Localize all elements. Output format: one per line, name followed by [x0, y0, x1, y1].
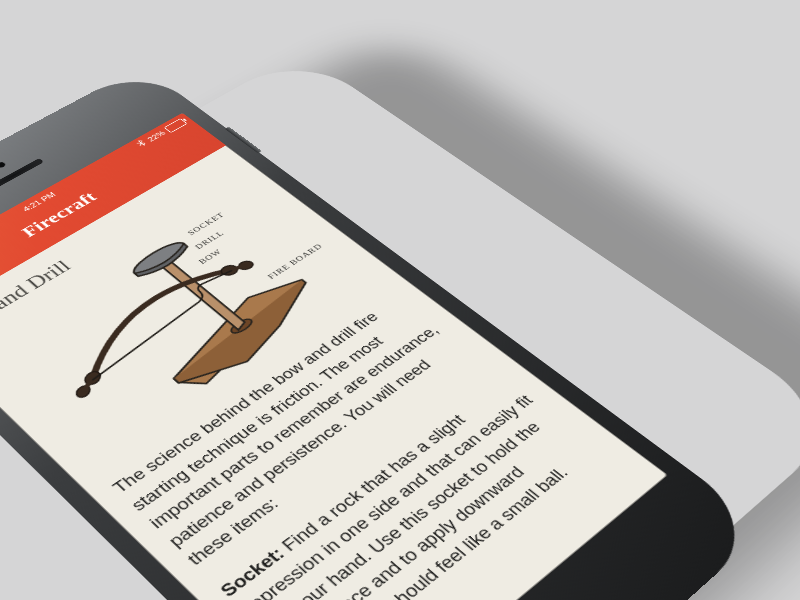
- proximity-sensor: [0, 161, 7, 168]
- diagram-label-fireboard: FIRE BOARD: [265, 242, 324, 281]
- earpiece-speaker: [0, 158, 44, 193]
- svg-point-3: [74, 384, 93, 399]
